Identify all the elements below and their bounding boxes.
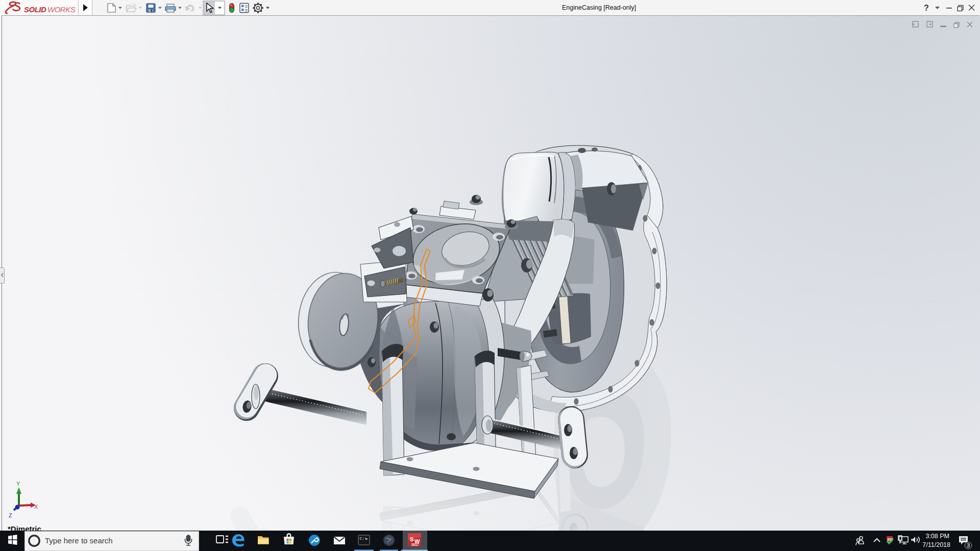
- svg-text:S: S: [410, 536, 413, 542]
- svg-text:Z: Z: [9, 512, 12, 518]
- svg-text:Y: Y: [16, 481, 20, 487]
- svg-text:3: 3: [967, 542, 970, 548]
- svg-text:2017: 2017: [411, 543, 419, 546]
- svg-text:C:\: C:\: [360, 536, 368, 541]
- svg-text:?: ?: [924, 4, 929, 12]
- svg-text:X: X: [34, 504, 38, 510]
